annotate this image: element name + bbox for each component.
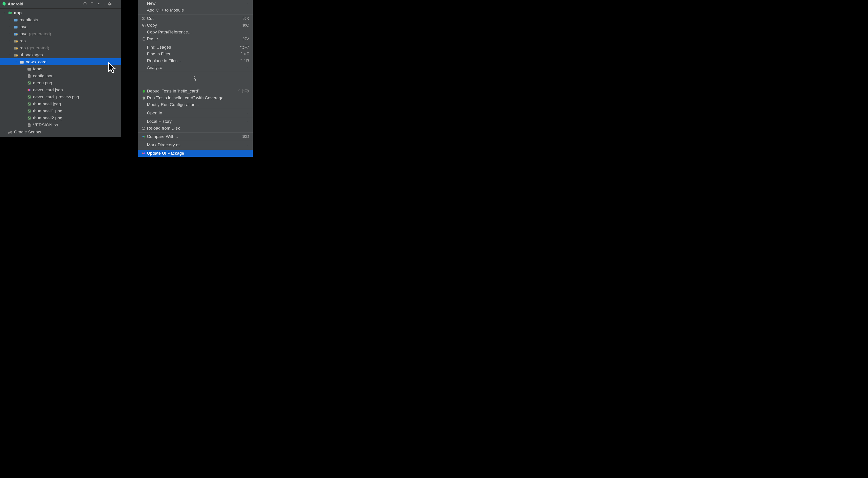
menu-local-history[interactable]: Local History <box>138 118 253 125</box>
svg-point-19 <box>29 103 29 103</box>
panel-toolbar: | <box>83 2 119 7</box>
menu-shortcut: ⌘V <box>242 36 249 41</box>
menu-label: Debug 'Tests in 'hello_card'' <box>147 89 238 94</box>
tree-node-config-json[interactable]: {} config.json <box>0 72 121 79</box>
menu-find-usages[interactable]: Find Usages ⌥F7 <box>138 44 253 51</box>
tree-node-menu-png[interactable]: menu.png <box>0 79 121 86</box>
menu-label: Copy <box>147 23 242 28</box>
tree-node-news-card-preview[interactable]: news_card_preview.png <box>0 93 121 100</box>
menu-reload[interactable]: Reload from Disk <box>138 125 253 131</box>
menu-shortcut: ⌘X <box>242 16 249 21</box>
image-file-icon <box>27 102 32 106</box>
svg-rect-20 <box>28 110 31 112</box>
menu-cut[interactable]: Cut ⌘X <box>138 15 253 22</box>
chevron-down-icon <box>8 54 12 56</box>
chevron-down-icon <box>25 2 27 6</box>
svg-rect-26 <box>28 126 29 126</box>
menu-replace-in-files[interactable]: Replace in Files... ⌃⇧R <box>138 57 253 64</box>
svg-point-15 <box>29 89 31 91</box>
expand-all-icon[interactable] <box>90 2 94 6</box>
android-icon <box>2 2 6 7</box>
text-file-icon <box>27 123 32 127</box>
svg-text:{}: {} <box>29 76 30 77</box>
menu-new[interactable]: New <box>138 0 253 7</box>
image-file-icon <box>27 95 32 99</box>
tree-label: news_card <box>26 59 46 64</box>
panel-view-selector[interactable]: Android <box>2 2 27 7</box>
chevron-right-icon <box>247 1 249 6</box>
svg-point-23 <box>29 117 29 118</box>
tree-node-thumbnail1[interactable]: thumbnail1.png <box>0 108 121 114</box>
loading-spinner-icon <box>193 76 197 83</box>
menu-modify-run[interactable]: Modify Run Configuration... <box>138 101 253 108</box>
menu-paste[interactable]: Paste ⌘V <box>138 35 253 42</box>
menu-label: Modify Run Configuration... <box>147 102 249 107</box>
svg-rect-10 <box>16 55 18 57</box>
svg-rect-16 <box>28 96 31 98</box>
module-icon <box>8 11 13 15</box>
image-file-icon <box>27 116 32 120</box>
menu-add-cpp[interactable]: Add C++ to Module <box>138 7 253 13</box>
target-icon[interactable] <box>83 2 87 7</box>
svg-rect-9 <box>16 48 18 50</box>
menu-run-coverage[interactable]: Run 'Tests in 'hello_card'' with Coverag… <box>138 94 253 101</box>
file-tree: app manifests java java (generated) res <box>0 8 121 137</box>
compare-icon <box>141 135 147 139</box>
menu-label: Cut <box>147 16 242 21</box>
menu-label: Run 'Tests in 'hello_card'' with Coverag… <box>147 95 249 100</box>
menu-analyze[interactable]: Analyze <box>138 64 253 71</box>
menu-label: Open In <box>147 111 247 116</box>
tree-node-java-generated[interactable]: java (generated) <box>0 30 121 37</box>
chevron-right-icon <box>247 119 249 124</box>
gear-icon[interactable] <box>108 2 112 7</box>
tree-node-res[interactable]: res <box>0 37 121 44</box>
tree-node-app[interactable]: app <box>0 9 121 16</box>
tree-node-version-txt[interactable]: VERSION.txt <box>0 121 121 128</box>
menu-label: Copy Path/Reference... <box>147 30 249 35</box>
menu-find-in-files[interactable]: Find in Files... ⌃⇧F <box>138 51 253 57</box>
generated-folder-icon <box>13 32 18 35</box>
tree-node-fonts[interactable]: fonts <box>0 65 121 72</box>
tree-node-thumbnail2[interactable]: thumbnail2.png <box>0 114 121 121</box>
menu-copy-path[interactable]: Copy Path/Reference... <box>138 29 253 35</box>
minimize-icon[interactable] <box>115 2 119 6</box>
tree-label: Gradle Scripts <box>14 129 41 135</box>
tree-node-news-card-json[interactable]: news_card.json <box>0 86 121 93</box>
menu-compare-with[interactable]: Compare With... ⌘D <box>138 133 253 140</box>
svg-rect-32 <box>143 25 145 27</box>
tree-label-suffix: (generated) <box>29 31 51 36</box>
tree-node-java[interactable]: java <box>0 23 121 30</box>
chevron-right-icon <box>247 111 249 116</box>
tree-node-ui-packages[interactable]: ui-packages <box>0 51 121 58</box>
menu-separator <box>138 132 253 132</box>
tree-label: res <box>20 38 26 43</box>
tree-label: menu.png <box>33 81 52 86</box>
collapse-all-icon[interactable] <box>97 2 101 6</box>
svg-rect-25 <box>28 125 30 125</box>
bug-icon <box>141 89 147 93</box>
svg-point-0 <box>84 2 86 5</box>
folder-icon <box>13 18 18 22</box>
menu-update-ui-package[interactable]: Update UI Package <box>138 150 253 157</box>
menu-open-in[interactable]: Open In <box>138 110 253 116</box>
menu-mark-directory[interactable]: Mark Directory as <box>138 142 253 148</box>
menu-label: Replace in Files... <box>147 58 239 63</box>
tree-label: app <box>14 10 22 16</box>
menu-shortcut: ⌘D <box>242 134 249 139</box>
tree-node-res-generated[interactable]: res (generated) <box>0 44 121 51</box>
tree-label: manifests <box>20 18 38 22</box>
tree-label: thumbnail2.png <box>33 116 62 121</box>
menu-debug-tests[interactable]: Debug 'Tests in 'hello_card'' ⌃⇧F9 <box>138 88 253 94</box>
svg-point-27 <box>143 17 143 18</box>
panel-title-text: Android <box>8 2 23 6</box>
tree-node-news-card[interactable]: news_card <box>0 58 121 65</box>
tree-node-gradle-scripts[interactable]: Gradle Scripts <box>0 128 121 136</box>
chevron-right-icon <box>8 26 12 28</box>
tree-node-manifests[interactable]: manifests <box>0 16 121 23</box>
svg-rect-33 <box>143 37 145 38</box>
menu-label: Compare With... <box>147 134 242 139</box>
tree-node-thumbnail-jpeg[interactable]: thumbnail.jpeg <box>0 100 121 108</box>
menu-loading <box>138 72 253 86</box>
menu-copy[interactable]: Copy ⌘C <box>138 22 253 29</box>
chevron-right-icon <box>247 143 249 147</box>
